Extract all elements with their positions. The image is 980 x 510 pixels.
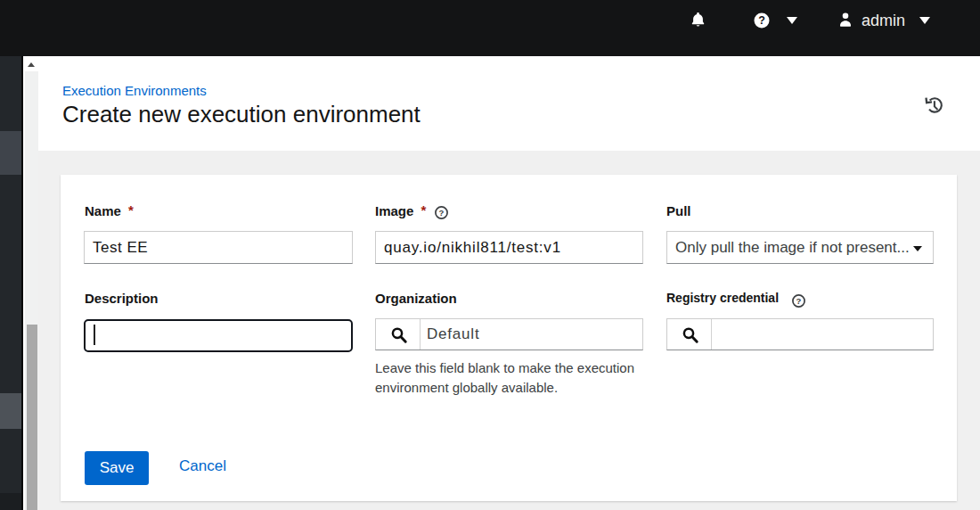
svg-text:?: ? — [796, 296, 802, 306]
svg-text:?: ? — [758, 14, 765, 27]
svg-text:?: ? — [439, 208, 445, 218]
